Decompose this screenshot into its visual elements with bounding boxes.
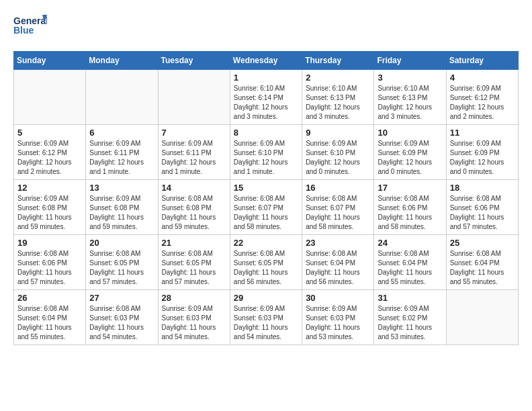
weekday-header-row: SundayMondayTuesdayWednesdayThursdayFrid… bbox=[14, 52, 519, 70]
calendar-cell bbox=[158, 70, 230, 125]
calendar-table: SundayMondayTuesdayWednesdayThursdayFrid… bbox=[13, 51, 519, 345]
day-info: Sunrise: 6:08 AM Sunset: 6:04 PM Dayligh… bbox=[378, 249, 442, 287]
calendar-cell: 8Sunrise: 6:09 AM Sunset: 6:10 PM Daylig… bbox=[230, 125, 302, 180]
weekday-header-wednesday: Wednesday bbox=[230, 52, 302, 70]
calendar-cell: 25Sunrise: 6:08 AM Sunset: 6:04 PM Dayli… bbox=[446, 235, 518, 290]
page-header: General Blue bbox=[13, 13, 519, 40]
weekday-header-tuesday: Tuesday bbox=[158, 52, 230, 70]
calendar-cell: 4Sunrise: 6:09 AM Sunset: 6:12 PM Daylig… bbox=[446, 70, 518, 125]
day-number: 22 bbox=[234, 238, 298, 248]
calendar-cell: 18Sunrise: 6:08 AM Sunset: 6:06 PM Dayli… bbox=[446, 180, 518, 235]
calendar-cell bbox=[14, 70, 86, 125]
calendar-cell: 24Sunrise: 6:08 AM Sunset: 6:04 PM Dayli… bbox=[374, 235, 446, 290]
day-number: 12 bbox=[17, 183, 82, 193]
calendar-cell: 31Sunrise: 6:09 AM Sunset: 6:02 PM Dayli… bbox=[374, 290, 446, 345]
day-number: 16 bbox=[306, 183, 370, 193]
weekday-header-saturday: Saturday bbox=[446, 52, 518, 70]
calendar-cell: 16Sunrise: 6:08 AM Sunset: 6:07 PM Dayli… bbox=[302, 180, 374, 235]
logo-icon: General Blue bbox=[13, 13, 47, 40]
day-number: 10 bbox=[378, 128, 442, 138]
day-info: Sunrise: 6:09 AM Sunset: 6:08 PM Dayligh… bbox=[17, 194, 82, 232]
day-info: Sunrise: 6:08 AM Sunset: 6:04 PM Dayligh… bbox=[306, 249, 370, 287]
day-info: Sunrise: 6:08 AM Sunset: 6:05 PM Dayligh… bbox=[89, 249, 154, 287]
calendar-cell: 1Sunrise: 6:10 AM Sunset: 6:14 PM Daylig… bbox=[230, 70, 302, 125]
calendar-cell: 10Sunrise: 6:09 AM Sunset: 6:09 PM Dayli… bbox=[374, 125, 446, 180]
day-number: 11 bbox=[450, 128, 515, 138]
day-info: Sunrise: 6:10 AM Sunset: 6:13 PM Dayligh… bbox=[378, 84, 442, 122]
day-number: 18 bbox=[450, 183, 515, 193]
week-row-4: 19Sunrise: 6:08 AM Sunset: 6:06 PM Dayli… bbox=[14, 235, 519, 290]
day-number: 15 bbox=[234, 183, 298, 193]
day-number: 7 bbox=[162, 128, 226, 138]
calendar-cell: 21Sunrise: 6:08 AM Sunset: 6:05 PM Dayli… bbox=[158, 235, 230, 290]
day-number: 26 bbox=[17, 293, 82, 303]
day-info: Sunrise: 6:09 AM Sunset: 6:02 PM Dayligh… bbox=[378, 304, 442, 342]
day-info: Sunrise: 6:09 AM Sunset: 6:03 PM Dayligh… bbox=[234, 304, 298, 342]
day-info: Sunrise: 6:08 AM Sunset: 6:06 PM Dayligh… bbox=[17, 249, 82, 287]
day-number: 27 bbox=[89, 293, 154, 303]
day-info: Sunrise: 6:08 AM Sunset: 6:06 PM Dayligh… bbox=[378, 194, 442, 232]
calendar-cell: 3Sunrise: 6:10 AM Sunset: 6:13 PM Daylig… bbox=[374, 70, 446, 125]
day-info: Sunrise: 6:09 AM Sunset: 6:03 PM Dayligh… bbox=[162, 304, 226, 342]
day-number: 25 bbox=[450, 238, 515, 248]
calendar-cell: 20Sunrise: 6:08 AM Sunset: 6:05 PM Dayli… bbox=[86, 235, 158, 290]
calendar-cell: 2Sunrise: 6:10 AM Sunset: 6:13 PM Daylig… bbox=[302, 70, 374, 125]
calendar-cell: 28Sunrise: 6:09 AM Sunset: 6:03 PM Dayli… bbox=[158, 290, 230, 345]
calendar-cell: 14Sunrise: 6:08 AM Sunset: 6:08 PM Dayli… bbox=[158, 180, 230, 235]
day-number: 19 bbox=[17, 238, 82, 248]
week-row-2: 5Sunrise: 6:09 AM Sunset: 6:12 PM Daylig… bbox=[14, 125, 519, 180]
day-number: 4 bbox=[450, 73, 515, 83]
calendar-cell: 7Sunrise: 6:09 AM Sunset: 6:11 PM Daylig… bbox=[158, 125, 230, 180]
calendar-cell: 6Sunrise: 6:09 AM Sunset: 6:11 PM Daylig… bbox=[86, 125, 158, 180]
calendar-cell: 29Sunrise: 6:09 AM Sunset: 6:03 PM Dayli… bbox=[230, 290, 302, 345]
day-info: Sunrise: 6:08 AM Sunset: 6:06 PM Dayligh… bbox=[450, 194, 515, 232]
svg-text:Blue: Blue bbox=[13, 25, 34, 36]
day-number: 5 bbox=[17, 128, 82, 138]
calendar-cell bbox=[446, 290, 518, 345]
calendar-cell: 19Sunrise: 6:08 AM Sunset: 6:06 PM Dayli… bbox=[14, 235, 86, 290]
day-info: Sunrise: 6:10 AM Sunset: 6:13 PM Dayligh… bbox=[306, 84, 370, 122]
day-number: 6 bbox=[89, 128, 154, 138]
day-number: 24 bbox=[378, 238, 442, 248]
day-number: 14 bbox=[162, 183, 226, 193]
day-number: 13 bbox=[89, 183, 154, 193]
week-row-1: 1Sunrise: 6:10 AM Sunset: 6:14 PM Daylig… bbox=[14, 70, 519, 125]
day-info: Sunrise: 6:09 AM Sunset: 6:12 PM Dayligh… bbox=[17, 139, 82, 177]
calendar-cell: 11Sunrise: 6:09 AM Sunset: 6:09 PM Dayli… bbox=[446, 125, 518, 180]
calendar-cell bbox=[86, 70, 158, 125]
day-number: 31 bbox=[378, 293, 442, 303]
day-info: Sunrise: 6:08 AM Sunset: 6:05 PM Dayligh… bbox=[234, 249, 298, 287]
week-row-5: 26Sunrise: 6:08 AM Sunset: 6:04 PM Dayli… bbox=[14, 290, 519, 345]
day-number: 21 bbox=[162, 238, 226, 248]
calendar-cell: 15Sunrise: 6:08 AM Sunset: 6:07 PM Dayli… bbox=[230, 180, 302, 235]
day-number: 29 bbox=[234, 293, 298, 303]
calendar-cell: 17Sunrise: 6:08 AM Sunset: 6:06 PM Dayli… bbox=[374, 180, 446, 235]
day-number: 9 bbox=[306, 128, 370, 138]
weekday-header-friday: Friday bbox=[374, 52, 446, 70]
calendar-cell: 5Sunrise: 6:09 AM Sunset: 6:12 PM Daylig… bbox=[14, 125, 86, 180]
day-info: Sunrise: 6:09 AM Sunset: 6:09 PM Dayligh… bbox=[450, 139, 515, 177]
day-number: 28 bbox=[162, 293, 226, 303]
day-info: Sunrise: 6:08 AM Sunset: 6:03 PM Dayligh… bbox=[89, 304, 154, 342]
day-number: 30 bbox=[306, 293, 370, 303]
day-info: Sunrise: 6:09 AM Sunset: 6:03 PM Dayligh… bbox=[306, 304, 370, 342]
day-number: 3 bbox=[378, 73, 442, 83]
day-info: Sunrise: 6:08 AM Sunset: 6:05 PM Dayligh… bbox=[162, 249, 226, 287]
day-info: Sunrise: 6:09 AM Sunset: 6:11 PM Dayligh… bbox=[162, 139, 226, 177]
weekday-header-monday: Monday bbox=[86, 52, 158, 70]
day-info: Sunrise: 6:08 AM Sunset: 6:07 PM Dayligh… bbox=[234, 194, 298, 232]
day-info: Sunrise: 6:08 AM Sunset: 6:04 PM Dayligh… bbox=[450, 249, 515, 287]
day-info: Sunrise: 6:09 AM Sunset: 6:12 PM Dayligh… bbox=[450, 84, 515, 122]
day-number: 20 bbox=[89, 238, 154, 248]
calendar-cell: 30Sunrise: 6:09 AM Sunset: 6:03 PM Dayli… bbox=[302, 290, 374, 345]
day-info: Sunrise: 6:09 AM Sunset: 6:09 PM Dayligh… bbox=[378, 139, 442, 177]
day-number: 8 bbox=[234, 128, 298, 138]
day-number: 2 bbox=[306, 73, 370, 83]
calendar-cell: 23Sunrise: 6:08 AM Sunset: 6:04 PM Dayli… bbox=[302, 235, 374, 290]
day-number: 1 bbox=[234, 73, 298, 83]
day-number: 23 bbox=[306, 238, 370, 248]
day-info: Sunrise: 6:09 AM Sunset: 6:10 PM Dayligh… bbox=[234, 139, 298, 177]
day-info: Sunrise: 6:09 AM Sunset: 6:08 PM Dayligh… bbox=[89, 194, 154, 232]
weekday-header-thursday: Thursday bbox=[302, 52, 374, 70]
calendar-cell: 22Sunrise: 6:08 AM Sunset: 6:05 PM Dayli… bbox=[230, 235, 302, 290]
